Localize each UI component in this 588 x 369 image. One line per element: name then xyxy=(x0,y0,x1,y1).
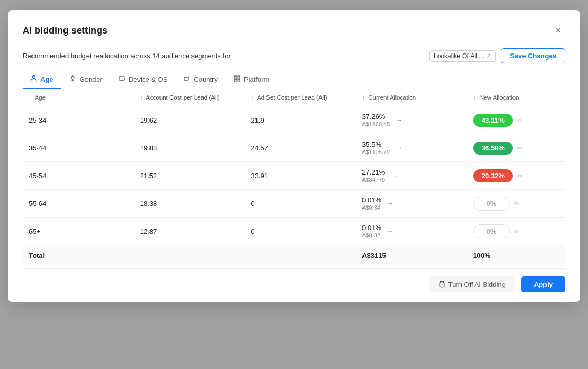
allocation-table: ↕ Age ↕ Account Cost per Lead (All) ↕ Ad… xyxy=(23,89,565,266)
turn-off-label: Turn Off AI Bidding xyxy=(448,280,506,288)
current-alloc-amt: A$84779 xyxy=(362,177,385,183)
apply-button[interactable]: Apply xyxy=(521,276,565,292)
modal-header: AI bidding settings × xyxy=(23,23,565,38)
new-alloc-badge: 43.11% xyxy=(473,114,513,127)
turn-off-ai-button[interactable]: Turn Off AI Bidding xyxy=(429,276,515,292)
svg-rect-6 xyxy=(234,79,237,81)
svg-point-0 xyxy=(33,76,35,79)
sort-icon-age[interactable]: ↕ xyxy=(29,95,31,101)
cell-new-alloc: 36.58%✏ xyxy=(467,134,565,162)
table-container: ↕ Age ↕ Account Cost per Lead (All) ↕ Ad… xyxy=(23,89,565,266)
cell-current-alloc: 37.26%A$1160.45→ xyxy=(356,106,467,134)
sort-icon-adset-cost[interactable]: ↕ xyxy=(251,95,253,101)
tab-device-os[interactable]: Device & OS xyxy=(111,71,175,89)
tab-platform[interactable]: Platform xyxy=(226,71,276,89)
edit-alloc-icon[interactable]: ✏ xyxy=(517,144,523,152)
platform-icon xyxy=(233,75,241,84)
svg-point-1 xyxy=(71,76,74,79)
col-header-age: ↕ Age xyxy=(23,89,134,106)
new-alloc-badge: 0% xyxy=(473,197,510,211)
gender-icon xyxy=(69,75,77,84)
current-alloc-amt: A$1160.45 xyxy=(362,121,390,127)
cell-new-alloc: 0%✏ xyxy=(467,190,565,218)
current-alloc-pct: 0.01% xyxy=(362,196,381,204)
close-button[interactable]: × xyxy=(551,23,565,38)
new-alloc-badge: 0% xyxy=(473,224,510,238)
svg-rect-3 xyxy=(184,77,188,80)
cell-account-cost: 19.62 xyxy=(134,106,245,134)
modal-footer: Turn Off AI Bidding Apply xyxy=(23,268,565,302)
tab-country[interactable]: Country xyxy=(176,71,225,89)
current-alloc-amt: A$1105.72 xyxy=(362,149,390,155)
cell-age: 25-34 xyxy=(23,106,134,134)
tab-age[interactable]: Age xyxy=(23,71,61,89)
subheader-right: Lookalike Of All ... ↗ Save Changes xyxy=(429,48,565,63)
table-total-row: TotalA$3115100% xyxy=(23,245,565,266)
arrow-icon: → xyxy=(390,171,398,180)
new-alloc-badge: 20.32% xyxy=(473,169,513,182)
tab-country-label: Country xyxy=(194,75,218,83)
arrow-icon: → xyxy=(387,199,394,208)
total-empty-1 xyxy=(134,245,245,266)
spinner-icon xyxy=(439,281,445,288)
cell-adset-cost: 0 xyxy=(244,190,356,218)
total-empty-2 xyxy=(244,245,356,266)
svg-rect-5 xyxy=(238,76,240,78)
arrow-icon: → xyxy=(395,144,402,152)
total-label: Total xyxy=(23,245,134,266)
current-alloc-amt: A$0.34 xyxy=(362,204,381,211)
arrow-icon: → xyxy=(395,116,402,124)
current-alloc-pct: 27.21% xyxy=(362,168,385,176)
ai-bidding-modal: AI bidding settings × Recommended budget… xyxy=(8,10,580,302)
save-changes-button[interactable]: Save Changes xyxy=(501,48,565,63)
cell-account-cost: 12.87 xyxy=(134,218,245,245)
subheader-text: Recommended budget reallocation across 1… xyxy=(23,52,231,60)
total-current: A$3115 xyxy=(356,245,467,266)
tab-gender-label: Gender xyxy=(80,75,102,83)
tab-platform-label: Platform xyxy=(244,75,269,83)
tab-device-label: Device & OS xyxy=(129,75,167,83)
sort-icon-account-cost[interactable]: ↕ xyxy=(140,95,143,101)
col-header-account-cost: ↕ Account Cost per Lead (All) xyxy=(134,89,245,106)
tab-gender[interactable]: Gender xyxy=(62,71,110,89)
current-alloc-pct: 0.01% xyxy=(362,224,381,232)
campaign-name: Lookalike Of All ... xyxy=(434,52,484,60)
external-link-icon: ↗ xyxy=(486,52,491,59)
sort-icon-new-alloc[interactable]: ↕ xyxy=(473,95,476,101)
country-icon xyxy=(183,75,190,84)
cell-adset-cost: 21.9 xyxy=(244,106,356,134)
modal-title: AI bidding settings xyxy=(23,25,108,36)
subheader: Recommended budget reallocation across 1… xyxy=(23,48,565,63)
cell-adset-cost: 24.57 xyxy=(244,134,356,162)
campaign-badge[interactable]: Lookalike Of All ... ↗ xyxy=(429,50,496,62)
edit-alloc-icon[interactable]: ✏ xyxy=(517,172,523,180)
cell-age: 55-64 xyxy=(23,190,134,218)
cell-age: 65+ xyxy=(23,218,134,245)
cell-age: 45-54 xyxy=(23,162,134,190)
table-row: 55-6418.3800.01%A$0.34→0%✏ xyxy=(23,190,565,218)
cell-current-alloc: 0.01%A$0.34→ xyxy=(356,190,467,218)
edit-alloc-icon[interactable]: ✏ xyxy=(517,116,523,124)
cell-adset-cost: 33.91 xyxy=(244,162,356,190)
cell-account-cost: 18.38 xyxy=(134,190,245,218)
age-icon xyxy=(30,75,37,84)
table-row: 35-4419.8324.5735.5%A$1105.72→36.58%✏ xyxy=(23,134,565,162)
edit-alloc-icon[interactable]: ✏ xyxy=(514,200,520,208)
table-header-row: ↕ Age ↕ Account Cost per Lead (All) ↕ Ad… xyxy=(23,89,565,106)
col-header-current-alloc: ↕ Current Allocation xyxy=(356,89,467,106)
col-header-adset-cost: ↕ Ad Set Cost per Lead (All) xyxy=(244,89,356,106)
cell-account-cost: 19.83 xyxy=(134,134,245,162)
current-alloc-amt: A$0.32 xyxy=(362,232,381,238)
cell-current-alloc: 0.01%A$0.32→ xyxy=(356,218,467,245)
arrow-icon: → xyxy=(387,227,394,235)
table-row: 45-5421.5233.9127.21%A$84779→20.32%✏ xyxy=(23,162,565,190)
table-row: 65+12.8700.01%A$0.32→0%✏ xyxy=(23,218,565,245)
cell-current-alloc: 27.21%A$84779→ xyxy=(356,162,467,190)
cell-new-alloc: 0%✏ xyxy=(467,218,565,245)
edit-alloc-icon[interactable]: ✏ xyxy=(514,227,520,235)
tab-age-label: Age xyxy=(40,75,54,83)
svg-rect-7 xyxy=(238,79,240,81)
sort-icon-current-alloc[interactable]: ↕ xyxy=(362,95,365,101)
current-alloc-pct: 37.26% xyxy=(362,113,390,121)
total-new: 100% xyxy=(467,245,565,266)
